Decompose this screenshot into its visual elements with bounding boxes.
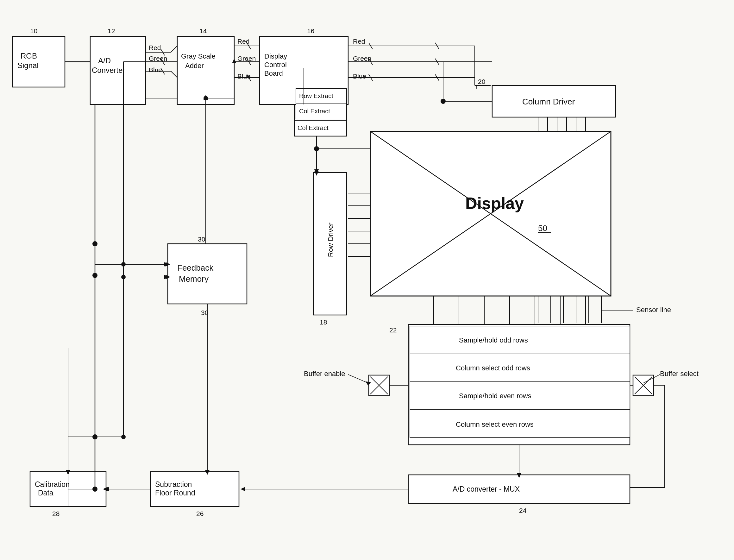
- svg-text:Col Extract: Col Extract: [298, 124, 329, 131]
- svg-text:16: 16: [307, 27, 314, 35]
- svg-text:Data: Data: [38, 489, 53, 497]
- svg-text:12: 12: [108, 27, 115, 35]
- svg-text:Adder: Adder: [185, 62, 204, 70]
- svg-text:Feedback: Feedback: [177, 263, 214, 273]
- svg-text:Buffer select: Buffer select: [660, 370, 699, 378]
- svg-text:RGB: RGB: [21, 52, 37, 60]
- svg-text:22: 22: [389, 326, 397, 334]
- svg-text:Board: Board: [264, 69, 283, 77]
- svg-text:Row Extract: Row Extract: [299, 92, 333, 99]
- svg-text:Buffer enable: Buffer enable: [304, 370, 345, 378]
- svg-text:28: 28: [52, 510, 60, 517]
- svg-text:Red: Red: [353, 38, 365, 45]
- svg-text:Green: Green: [149, 55, 167, 62]
- svg-text:50: 50: [538, 223, 547, 233]
- svg-text:Gray Scale: Gray Scale: [181, 52, 216, 60]
- svg-text:Subtraction: Subtraction: [155, 480, 192, 488]
- svg-text:A/D: A/D: [98, 56, 111, 65]
- svg-text:Converter: Converter: [92, 66, 125, 74]
- svg-text:Column select even rows: Column select even rows: [456, 420, 534, 428]
- svg-rect-123: [168, 244, 247, 304]
- svg-point-207: [121, 435, 126, 439]
- svg-text:Blue: Blue: [237, 72, 251, 80]
- svg-text:Display: Display: [264, 52, 287, 60]
- svg-rect-172: [177, 36, 234, 104]
- svg-text:26: 26: [196, 510, 204, 517]
- svg-text:Memory: Memory: [179, 274, 209, 284]
- svg-text:10: 10: [30, 27, 37, 35]
- svg-text:Blue: Blue: [149, 66, 162, 73]
- svg-text:20: 20: [478, 78, 485, 85]
- svg-text:A/D converter - MUX: A/D converter - MUX: [453, 485, 520, 493]
- svg-text:30: 30: [198, 236, 205, 243]
- svg-text:Floor Round: Floor Round: [155, 489, 195, 497]
- diagram-svg: Red Green Blue Red Green Blue Red Green …: [0, 0, 734, 560]
- svg-text:Calibration: Calibration: [35, 480, 70, 488]
- svg-point-203: [204, 96, 208, 100]
- svg-text:Sensor line: Sensor line: [636, 306, 671, 314]
- svg-text:Sample/hold even rows: Sample/hold even rows: [459, 392, 531, 400]
- svg-text:Column select odd rows: Column select odd rows: [456, 364, 530, 372]
- svg-text:18: 18: [320, 318, 327, 326]
- diagram-container: Red Green Blue Red Green Blue Red Green …: [0, 0, 734, 560]
- svg-text:Green: Green: [237, 55, 256, 62]
- svg-text:Row Driver: Row Driver: [327, 223, 335, 257]
- svg-text:14: 14: [199, 27, 207, 35]
- svg-text:Control: Control: [264, 61, 287, 69]
- svg-text:Signal: Signal: [17, 61, 39, 70]
- svg-text:Column Driver: Column Driver: [522, 97, 575, 106]
- svg-text:Blue: Blue: [353, 72, 366, 80]
- svg-text:Col Extract: Col Extract: [299, 108, 330, 115]
- svg-text:Red: Red: [149, 44, 161, 51]
- svg-text:Display: Display: [465, 194, 524, 212]
- svg-text:Sample/hold odd rows: Sample/hold odd rows: [459, 336, 528, 344]
- svg-text:24: 24: [519, 507, 527, 514]
- svg-text:Green: Green: [353, 55, 371, 62]
